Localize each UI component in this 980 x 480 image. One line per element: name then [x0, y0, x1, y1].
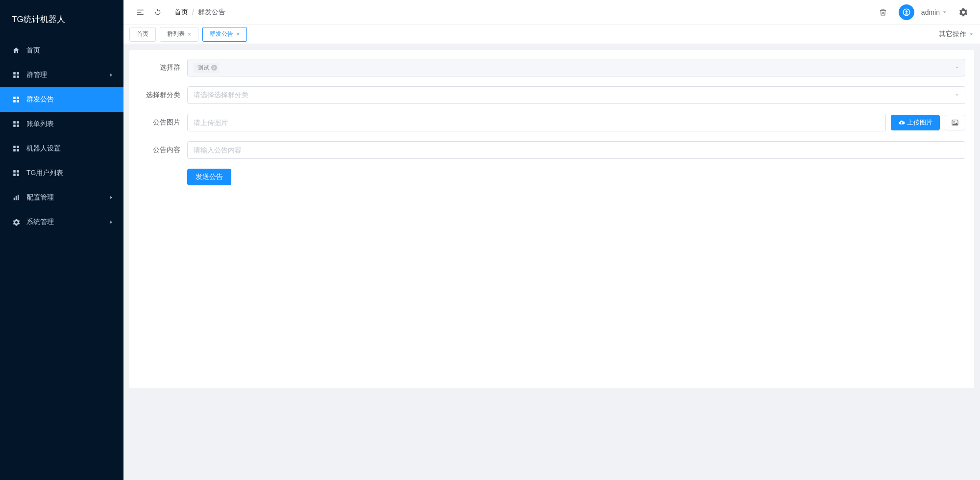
close-icon[interactable]: × [236, 31, 240, 38]
bar-chart-icon [12, 193, 21, 202]
svg-rect-10 [13, 125, 16, 127]
home-icon [12, 46, 21, 55]
image-path-field[interactable] [194, 114, 880, 131]
sidebar-menu: 首页 群管理 群发公告 账单列表 机器人设 [0, 38, 123, 480]
sidebar-item-bill-list[interactable]: 账单列表 [0, 112, 123, 136]
select-category-input[interactable]: 请选择选择群分类 [187, 86, 965, 104]
topbar-right: admin [874, 3, 972, 21]
collapse-sidebar-button[interactable] [131, 3, 149, 21]
svg-rect-0 [13, 72, 16, 75]
selected-group-tag: 测试 × [194, 63, 219, 73]
svg-rect-15 [17, 149, 19, 152]
tabs-bar: 首页 群列表 × 群发公告 × 其它操作 [123, 25, 980, 44]
grid-icon [12, 95, 21, 104]
tag-label: 测试 [197, 64, 209, 71]
sidebar-item-broadcast[interactable]: 群发公告 [0, 87, 123, 112]
breadcrumb-separator: / [192, 8, 194, 16]
svg-rect-21 [16, 196, 17, 201]
tab-label: 群发公告 [210, 30, 233, 38]
svg-rect-7 [17, 100, 19, 102]
grid-icon [12, 71, 21, 79]
form-card: 选择群 测试 × 选择群分类 请选择选择群分类 [129, 50, 974, 388]
sidebar-item-config-manage[interactable]: 配置管理 [0, 185, 123, 210]
tag-close-icon[interactable]: × [211, 65, 217, 71]
topbar: 首页 / 群发公告 admin [123, 0, 980, 25]
gear-icon [12, 218, 21, 227]
tab-home[interactable]: 首页 [129, 27, 156, 42]
send-announcement-button[interactable]: 发送公告 [187, 169, 231, 185]
close-icon[interactable]: × [188, 31, 191, 38]
svg-rect-4 [13, 97, 16, 99]
sidebar-item-label: 群管理 [26, 71, 47, 79]
svg-rect-22 [18, 195, 19, 200]
cloud-upload-icon [898, 119, 905, 126]
svg-rect-16 [13, 170, 16, 173]
refresh-button[interactable] [149, 3, 167, 21]
breadcrumb: 首页 / 群发公告 [174, 8, 225, 17]
sidebar-item-tg-user-list[interactable]: TG用户列表 [0, 161, 123, 185]
form-row-content: 公告内容 [138, 141, 965, 159]
form-row-select-category: 选择群分类 请选择选择群分类 [138, 86, 965, 104]
chevron-down-icon [968, 31, 974, 37]
sidebar-item-label: 配置管理 [26, 193, 54, 202]
svg-point-26 [954, 121, 955, 123]
breadcrumb-item[interactable]: 首页 [174, 8, 188, 17]
preview-image-button[interactable] [945, 115, 965, 130]
form-label: 公告内容 [138, 146, 187, 154]
sidebar-item-system-manage[interactable]: 系统管理 [0, 210, 123, 234]
svg-point-24 [906, 10, 908, 13]
form-row-image: 公告图片 上传图片 [138, 114, 965, 131]
username-label: admin [921, 8, 940, 16]
svg-rect-9 [17, 121, 19, 124]
select-group-input[interactable]: 测试 × [187, 59, 965, 76]
svg-rect-1 [17, 72, 19, 75]
app-logo: TG统计机器人 [0, 0, 123, 38]
svg-rect-3 [17, 76, 19, 78]
sidebar-item-home[interactable]: 首页 [0, 38, 123, 63]
image-path-input[interactable] [187, 114, 886, 131]
tab-label: 首页 [137, 30, 148, 38]
chevron-right-icon [109, 73, 114, 77]
grid-icon [12, 169, 21, 177]
svg-rect-12 [13, 146, 16, 148]
breadcrumb-item: 群发公告 [198, 8, 225, 17]
form-row-select-group: 选择群 测试 × [138, 59, 965, 76]
svg-rect-18 [13, 174, 16, 176]
form-row-submit: 发送公告 [138, 169, 965, 185]
content-input-wrapper [187, 141, 965, 159]
svg-rect-17 [17, 170, 19, 173]
user-menu[interactable]: admin [921, 8, 948, 16]
svg-rect-2 [13, 76, 16, 78]
svg-rect-20 [14, 198, 15, 200]
sidebar-item-label: 群发公告 [26, 95, 54, 104]
svg-rect-11 [17, 125, 19, 127]
chevron-down-icon [942, 9, 948, 15]
sidebar-item-group-manage[interactable]: 群管理 [0, 63, 123, 87]
sidebar-item-bot-settings[interactable]: 机器人设置 [0, 136, 123, 161]
chevron-down-icon [954, 92, 960, 98]
image-icon [951, 119, 959, 126]
chevron-right-icon [109, 220, 114, 225]
sidebar-item-label: 机器人设置 [26, 144, 61, 153]
tab-label: 群列表 [167, 30, 185, 38]
svg-rect-14 [13, 149, 16, 152]
content: 选择群 测试 × 选择群分类 请选择选择群分类 [123, 44, 980, 480]
form-label: 选择群分类 [138, 91, 187, 100]
avatar[interactable] [899, 4, 914, 20]
svg-rect-8 [13, 121, 16, 124]
sidebar-item-label: 账单列表 [26, 120, 54, 128]
chevron-down-icon [954, 65, 960, 71]
upload-image-button[interactable]: 上传图片 [891, 115, 940, 130]
sidebar-item-label: TG用户列表 [26, 169, 63, 177]
content-input[interactable] [194, 142, 959, 158]
tab-broadcast[interactable]: 群发公告 × [202, 27, 247, 42]
delete-button[interactable] [874, 3, 892, 21]
placeholder: 请选择选择群分类 [194, 91, 248, 100]
settings-button[interactable] [955, 3, 972, 21]
chevron-right-icon [109, 195, 114, 200]
app-name: TG统计机器人 [12, 14, 65, 25]
tab-group-list[interactable]: 群列表 × [160, 27, 198, 42]
sidebar: TG统计机器人 首页 群管理 群发公告 [0, 0, 123, 480]
svg-rect-6 [13, 100, 16, 102]
tabs-other-actions[interactable]: 其它操作 [939, 30, 974, 39]
